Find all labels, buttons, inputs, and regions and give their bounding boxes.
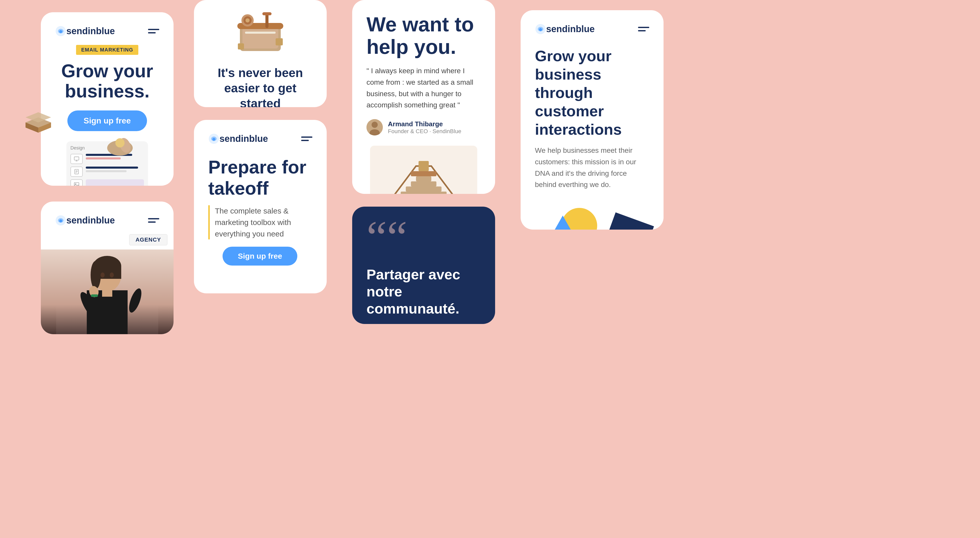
svg-rect-53 (416, 176, 431, 181)
logo-row-1: sendinblue (41, 12, 173, 45)
card-easier-start: It's never been easier to get started (194, 0, 327, 107)
wooden-arm-float (102, 127, 138, 158)
svg-point-44 (372, 122, 378, 128)
yellow-quote-line (208, 205, 210, 240)
hamburger-menu-7[interactable] (148, 218, 159, 223)
logo-text-7: sendinblue (66, 215, 115, 226)
hamburger-line (148, 29, 159, 30)
logo-text-6: sendinblue (546, 24, 595, 35)
svg-rect-28 (275, 38, 283, 45)
card-prepare-takeoff: sendinblue Prepare for takeoff The compl… (194, 120, 327, 294)
card-help-you: We want to help you. " I always keep in … (352, 0, 495, 194)
author-avatar (366, 119, 383, 135)
card1-content: EMAIL MARKETING Grow your business. Sign… (41, 45, 173, 141)
card1-headline: Grow your business. (61, 61, 153, 101)
agency-badge: AGENCY (129, 234, 167, 245)
dark-square-shape (601, 213, 654, 230)
agency-badge-row: AGENCY (41, 234, 173, 249)
sendinblue-logo-icon-7 (55, 215, 66, 226)
shapes-illustration (520, 203, 663, 230)
wooden-machine-illustration (224, 5, 296, 56)
svg-rect-27 (245, 32, 275, 34)
svg-rect-60 (418, 161, 429, 171)
logo-group-3: sendinblue (208, 133, 268, 144)
logo-row-3: sendinblue (194, 120, 327, 152)
sendinblue-logo-icon-3 (208, 133, 220, 144)
quote-text-3: The complete sales & marketing toolbox w… (215, 205, 312, 240)
hamburger-menu-1[interactable] (148, 29, 159, 33)
signup-button-3[interactable]: Sign up free (223, 247, 298, 265)
card-agency: sendinblue AGENCY (41, 202, 173, 334)
community-title: Partager avec notre communauté. (352, 256, 495, 324)
author-name: Armand Thibarge (388, 120, 461, 128)
svg-rect-72 (102, 289, 112, 297)
panel-row-2 (70, 167, 144, 177)
email-marketing-badge: EMAIL MARKETING (76, 45, 138, 55)
testimonial-quote: " I always keep in mind where I come fro… (352, 65, 495, 111)
svg-rect-59 (411, 171, 436, 176)
hamburger-line (301, 136, 312, 138)
quote-marks: ““ (352, 206, 495, 256)
logo-group-7: sendinblue (55, 215, 115, 226)
hamburger-line (148, 221, 156, 223)
panel-icon-desktop (70, 154, 83, 164)
svg-rect-29 (238, 43, 244, 49)
panel-content-3 (86, 179, 144, 186)
machine-svg (224, 5, 296, 56)
grow-body: We help businesses meet their customers:… (520, 145, 663, 203)
panel-content-2 (86, 167, 144, 177)
hamburger-line (301, 140, 309, 141)
panel-bar-light (86, 170, 127, 172)
signup-wrapper-3: Sign up free (194, 247, 327, 286)
wooden-box-svg (23, 107, 54, 133)
wooden-box-float (23, 107, 54, 133)
quote-bar-3: The complete sales & marketing toolbox w… (194, 205, 327, 240)
hamburger-line (148, 218, 159, 219)
person-photo-area (41, 249, 173, 334)
avatar-svg (366, 119, 383, 135)
card-grow-adaptable: sendinblue Grow your business through cu… (520, 10, 663, 230)
svg-rect-52 (411, 181, 436, 186)
author-row: Armand Thibarge Founder & CEO · SendinBl… (352, 119, 495, 135)
hamburger-line (638, 27, 649, 28)
grow-title: Grow your business through customer inte… (520, 43, 663, 145)
svg-point-69 (110, 273, 114, 278)
svg-rect-76 (91, 294, 98, 297)
arm-svg (102, 127, 138, 158)
card-email-marketing: sendinblue EMAIL MARKETING Grow your bus… (41, 12, 173, 186)
panel-icon-image (70, 179, 83, 186)
logo-group-1: sendinblue (55, 25, 115, 37)
logo-row-6: sendinblue (520, 10, 663, 43)
svg-rect-1 (74, 157, 79, 160)
card2-tagline: It's never been easier to get started (194, 65, 327, 107)
document-icon (74, 169, 80, 175)
page-canvas: sendinblue EMAIL MARKETING Grow your bus… (0, 0, 980, 538)
blue-triangle-shape (541, 216, 584, 230)
prepare-title: Prepare for takeoff (194, 152, 327, 205)
svg-point-24 (245, 18, 250, 22)
svg-point-67 (91, 261, 101, 289)
sendinblue-logo-icon-6 (535, 24, 546, 35)
panel-bar-2 (86, 167, 138, 168)
svg-point-68 (100, 273, 105, 278)
svg-rect-51 (406, 186, 442, 192)
author-title-text: Founder & CEO · SendinBlue (388, 128, 461, 135)
panel-row-3 (70, 179, 144, 186)
hamburger-menu-3[interactable] (301, 136, 312, 141)
svg-rect-50 (401, 192, 447, 194)
svg-rect-26 (262, 12, 272, 15)
image-placeholder (86, 179, 144, 186)
image-icon (74, 182, 80, 186)
logo-text-3: sendinblue (220, 133, 268, 144)
desktop-icon (74, 156, 80, 162)
we-want-title: We want to help you. (352, 0, 495, 65)
hamburger-line (148, 32, 156, 33)
logo-group-6: sendinblue (535, 24, 595, 35)
sendinblue-logo-icon (55, 25, 66, 37)
author-info: Armand Thibarge Founder & CEO · SendinBl… (388, 120, 461, 135)
person-svg (56, 249, 158, 334)
hamburger-menu-6[interactable] (638, 27, 649, 32)
hamburger-line (638, 30, 646, 32)
card-community-quote: ““ Partager avec notre communauté. La re… (352, 206, 495, 324)
svg-point-18 (115, 138, 124, 148)
